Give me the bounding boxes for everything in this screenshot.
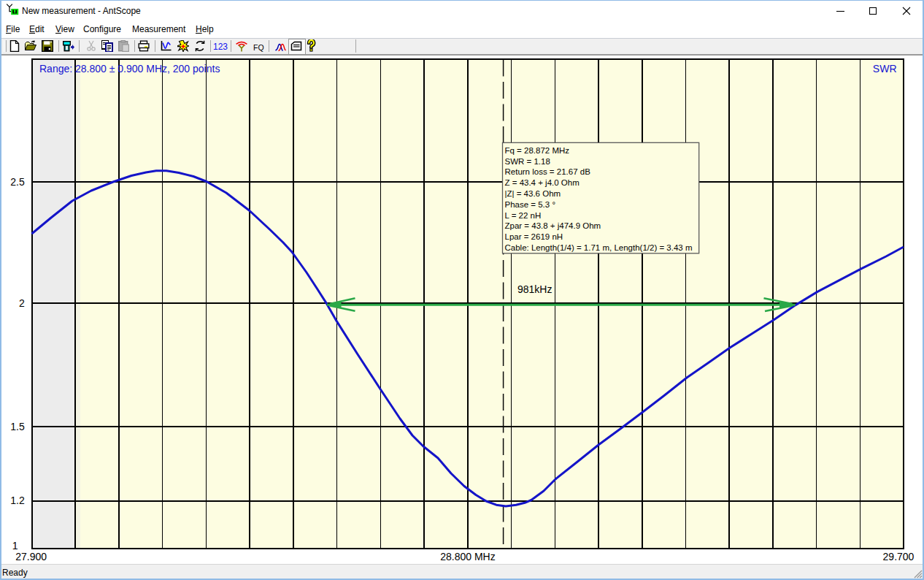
svg-text:981kHz: 981kHz [517, 283, 552, 295]
svg-text:Fq = 28.872 MHz: Fq = 28.872 MHz [505, 146, 570, 155]
svg-text:1.2: 1.2 [10, 495, 25, 506]
svg-text:1: 1 [12, 540, 18, 552]
svg-text:|Z| = 43.6 Ohm: |Z| = 43.6 Ohm [505, 189, 561, 198]
svg-text:28.800 MHz: 28.800 MHz [440, 551, 495, 562]
svg-text:Range: 28.800 ± 0.900 MHz, 200: Range: 28.800 ± 0.900 MHz, 200 points [39, 63, 220, 75]
svg-text:SWR = 1.18: SWR = 1.18 [505, 157, 550, 166]
svg-text:29.700: 29.700 [883, 551, 915, 562]
svg-text:Phase = 5.3 °: Phase = 5.3 ° [505, 200, 556, 209]
svg-text:L = 22 nH: L = 22 nH [505, 211, 542, 220]
svg-text:SWR: SWR [873, 63, 897, 75]
svg-text:27.900: 27.900 [15, 551, 47, 562]
svg-text:Zpar = 43.8 + j474.9 Ohm: Zpar = 43.8 + j474.9 Ohm [505, 221, 601, 230]
svg-text:Cable: Length(1/4) = 1.71 m, L: Cable: Length(1/4) = 1.71 m, Length(1/2)… [505, 243, 693, 252]
svg-text:Z = 43.4 + j4.0 Ohm: Z = 43.4 + j4.0 Ohm [505, 178, 580, 187]
svg-text:Lpar = 2619 nH: Lpar = 2619 nH [505, 232, 563, 241]
svg-text:1.5: 1.5 [10, 421, 25, 432]
svg-text:2.5: 2.5 [10, 176, 25, 188]
svg-text:2: 2 [19, 297, 25, 309]
svg-text:Return loss = 21.67 dB: Return loss = 21.67 dB [505, 167, 591, 176]
